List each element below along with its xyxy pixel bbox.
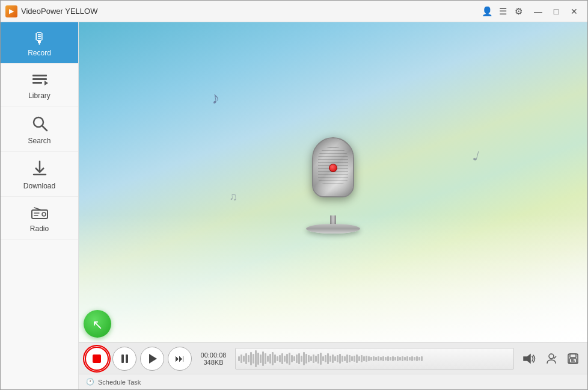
- time-value: 00:00:08: [201, 351, 227, 359]
- save-button[interactable]: [565, 350, 581, 367]
- account-icon-btn[interactable]: 👤: [480, 5, 494, 18]
- search-icon: [31, 115, 48, 134]
- stop-button[interactable]: [85, 347, 109, 371]
- transport-right-controls: [521, 350, 581, 367]
- sidebar-item-radio[interactable]: Radio: [1, 197, 78, 240]
- music-note-1: ♪: [209, 88, 221, 108]
- volume-button[interactable]: [521, 350, 538, 367]
- schedule-task-label[interactable]: Schedule Task: [98, 379, 141, 386]
- green-cursor-indicator: ↖: [84, 310, 111, 338]
- svg-rect-17: [570, 354, 576, 358]
- size-value: 348KB: [203, 359, 223, 366]
- title-bar: ▶ VideoPower YELLOW 👤 ☰ ⚙ — □ ✕: [1, 1, 587, 22]
- svg-point-9: [42, 212, 46, 216]
- time-display: 00:00:08 348KB: [195, 351, 231, 366]
- sidebar-label-radio: Radio: [30, 224, 49, 233]
- svg-marker-3: [44, 81, 48, 85]
- mic-base: [306, 224, 360, 234]
- sidebar-label-search: Search: [28, 137, 51, 145]
- clouds: [79, 214, 587, 342]
- play-button[interactable]: [140, 347, 164, 371]
- music-note-3: ♫: [228, 190, 237, 203]
- sidebar-label-download: Download: [23, 182, 55, 190]
- music-note-2: ♩: [471, 148, 481, 165]
- waveform: [235, 348, 514, 370]
- clock-icon: 🕐: [86, 378, 94, 386]
- download-icon: [31, 160, 48, 179]
- waveform-bars: [236, 348, 425, 369]
- audio-device-button[interactable]: [543, 350, 560, 367]
- pause-icon: [121, 354, 128, 363]
- background: ♪ ♩ ♫: [79, 22, 587, 342]
- cursor-icon: ↖: [92, 317, 103, 333]
- minimize-button[interactable]: —: [530, 4, 547, 19]
- sidebar: 🎙 Record Library: [1, 22, 79, 389]
- svg-marker-13: [524, 354, 530, 363]
- svg-rect-2: [32, 82, 42, 84]
- sidebar-label-library: Library: [28, 91, 51, 100]
- sidebar-item-search[interactable]: Search: [1, 107, 78, 152]
- title-bar-icons: 👤 ☰ ⚙: [480, 5, 525, 18]
- library-icon: [31, 72, 48, 89]
- radio-icon: [31, 205, 49, 222]
- sidebar-item-record[interactable]: 🎙 Record: [1, 22, 78, 64]
- skip-button[interactable]: ⏭: [168, 347, 192, 371]
- microphone-image: [297, 131, 369, 234]
- sidebar-item-download[interactable]: Download: [1, 152, 78, 197]
- pause-button[interactable]: [112, 347, 136, 371]
- app-window: ▶ VideoPower YELLOW 👤 ☰ ⚙ — □ ✕ 🎙 Record: [0, 0, 588, 390]
- window-controls: — □ ✕: [530, 4, 583, 19]
- main-view: ♪ ♩ ♫: [79, 22, 587, 342]
- microphone-visual: [297, 131, 369, 234]
- sidebar-label-record: Record: [28, 49, 51, 57]
- main-content: 🎙 Record Library: [1, 22, 587, 389]
- list-icon-btn[interactable]: ☰: [496, 5, 509, 18]
- microphone-icon: 🎙: [32, 31, 47, 46]
- content-area: ♪ ♩ ♫: [79, 22, 587, 389]
- sidebar-item-library[interactable]: Library: [1, 64, 78, 107]
- skip-icon: ⏭: [175, 353, 185, 364]
- close-button[interactable]: ✕: [566, 4, 583, 19]
- stop-icon: [93, 354, 101, 363]
- svg-line-5: [42, 126, 47, 131]
- maximize-button[interactable]: □: [548, 4, 565, 19]
- play-icon: [149, 354, 157, 364]
- svg-rect-0: [32, 75, 47, 76]
- app-icon: ▶: [5, 5, 17, 17]
- mic-red-dot: [329, 164, 337, 172]
- settings-icon-btn[interactable]: ⚙: [512, 5, 525, 18]
- svg-rect-1: [32, 78, 47, 80]
- svg-point-14: [549, 354, 554, 359]
- svg-rect-8: [32, 210, 47, 218]
- app-title: VideoPower YELLOW: [21, 7, 480, 16]
- transport-bar: ⏭ 00:00:08 348KB: [79, 342, 587, 374]
- status-bar: 🕐 Schedule Task: [79, 374, 587, 389]
- mic-body: [312, 137, 354, 197]
